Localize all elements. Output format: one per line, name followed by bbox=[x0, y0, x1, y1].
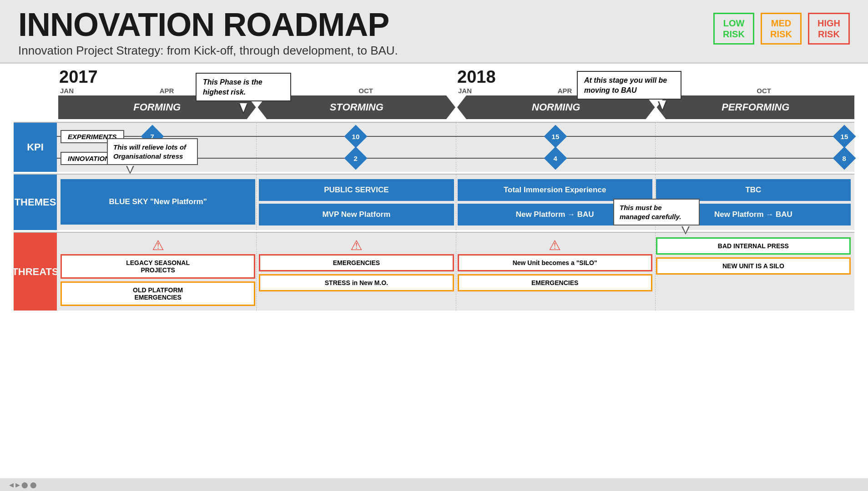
kpi-diamond-15a: 15 bbox=[544, 125, 567, 148]
threats-callout: This must be managed carefully. bbox=[613, 199, 700, 225]
callout-moving-to-bau: At this stage you will be moving to BAU bbox=[577, 71, 681, 100]
theme-tbc: TBC bbox=[656, 179, 851, 201]
kpi-diamond-8: 8 bbox=[833, 147, 856, 170]
kpi-label: KPI bbox=[14, 123, 57, 172]
themes-section: THEMES This will relieve lots of Organis… bbox=[14, 174, 854, 230]
month-jan1: JAN bbox=[58, 87, 158, 95]
risk-low-badge: LOWRISK bbox=[713, 13, 754, 45]
callout-highest-risk: This Phase is the highest risk. bbox=[196, 73, 291, 101]
header-left: INNOVATION ROADMAP Innovation Project St… bbox=[18, 8, 398, 58]
threat-bad-press: BAD INTERNAL PRESS bbox=[656, 237, 851, 255]
theme-total-immersion: Total Immersion Experience bbox=[458, 179, 652, 201]
kpi-diamond-15b: 15 bbox=[833, 125, 856, 148]
risk-badges: LOWRISK MEDRISK HIGHRISK bbox=[713, 13, 850, 45]
threat-legacy: LEGACY SEASONALPROJECTS bbox=[61, 254, 255, 279]
threats-content: This must be managed carefully. ⚠ LEGACY… bbox=[57, 233, 854, 311]
themes-label: THEMES bbox=[14, 175, 57, 230]
themes-col-2: PUBLIC SERVICE MVP New Platform bbox=[259, 179, 454, 225]
threat-silo-1: New Unit becomes a "SILO" bbox=[458, 254, 652, 271]
phase-performing: PERFORMING bbox=[657, 95, 855, 119]
slide: INNOVATION ROADMAP Innovation Project St… bbox=[0, 0, 868, 491]
threats-col-4: BAD INTERNAL PRESS NEW UNIT IS A SILO bbox=[656, 237, 851, 306]
header: INNOVATION ROADMAP Innovation Project St… bbox=[0, 0, 868, 64]
risk-high-badge: HIGHRISK bbox=[808, 13, 850, 45]
threats-col-3: ⚠ New Unit becomes a "SILO" EMERGENCIES bbox=[458, 237, 652, 306]
kpi-diamond-2: 2 bbox=[344, 147, 368, 170]
main-title: INNOVATION ROADMAP bbox=[18, 8, 398, 41]
threat-emergencies-2: EMERGENCIES bbox=[458, 274, 652, 291]
bottom-bar: ◀ ▶ ⬤ ⬤ bbox=[0, 478, 868, 491]
years-row: 2017 2018 bbox=[58, 67, 854, 87]
threat-stress: STRESS in New M.O. bbox=[259, 274, 454, 291]
kpi-diamond-4: 4 bbox=[544, 147, 567, 170]
kpi-diamond-10: 10 bbox=[344, 125, 368, 148]
theme-public-service: PUBLIC SERVICE bbox=[259, 179, 454, 201]
threat-icon-1: ⚠ LEGACY SEASONALPROJECTS bbox=[61, 237, 255, 279]
risk-med-badge: MEDRISK bbox=[761, 13, 802, 45]
month-oct1: OCT bbox=[357, 87, 456, 95]
months-row: JAN APR JUL OCT JAN APR JUL OCT bbox=[58, 87, 854, 95]
month-jan2: JAN bbox=[456, 87, 556, 95]
threat-old-platform: OLD PLATFORMEMERGENCIES bbox=[61, 281, 255, 306]
themes-col-1: BLUE SKY "New Platform" bbox=[61, 179, 255, 225]
threat-emergencies-1: EMERGENCIES bbox=[259, 254, 454, 271]
theme-mvp: MVP New Platform bbox=[259, 204, 454, 225]
subtitle: Innovation Project Strategy: from Kick-o… bbox=[18, 44, 398, 58]
month-oct2: OCT bbox=[755, 87, 854, 95]
phase-bar: FORMING STORMING NORMING PERFORMING bbox=[58, 95, 854, 119]
bottom-text: ◀ ▶ ⬤ ⬤ bbox=[9, 481, 37, 488]
threat-silo-2: NEW UNIT IS A SILO bbox=[656, 257, 851, 275]
themes-content: This will relieve lots of Organisational… bbox=[57, 175, 854, 230]
threats-col-1: ⚠ LEGACY SEASONALPROJECTS OLD PLATFORMEM… bbox=[61, 237, 255, 306]
threats-col-2: ⚠ EMERGENCIES STRESS in New M.O. bbox=[259, 237, 454, 306]
threats-label: THREATS bbox=[14, 233, 57, 311]
themes-callout: This will relieve lots of Organisational… bbox=[107, 138, 198, 165]
theme-blue-sky: BLUE SKY "New Platform" bbox=[61, 179, 255, 225]
threats-section: THREATS This must be managed carefully. bbox=[14, 232, 854, 311]
